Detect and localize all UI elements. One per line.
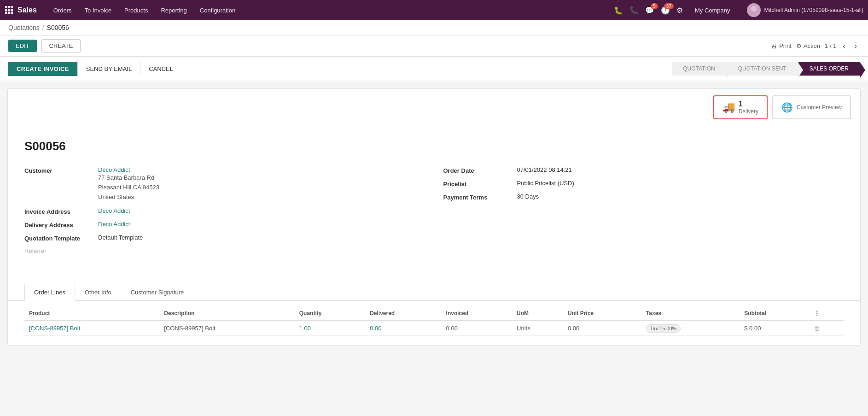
phone-icon[interactable]: 📞 [629, 6, 639, 15]
col-description: Description [159, 306, 294, 321]
nav-products[interactable]: Products [119, 0, 153, 20]
app-title: Sales [17, 6, 37, 14]
step-quotation-sent[interactable]: QUOTATION SENT [727, 62, 798, 76]
col-delivered: Delivered [365, 306, 441, 321]
tab-other-info[interactable]: Other Info [75, 284, 121, 301]
step-quotation[interactable]: QUOTATION [672, 62, 726, 76]
prev-page-button[interactable]: ‹ [840, 41, 848, 51]
form-body: S00056 Customer Deco Addict 77 Santa Bar… [8, 126, 860, 276]
customer-field: Customer Deco Addict 77 Santa Barbara Rd… [24, 166, 425, 202]
content-card: 🚚 1 Delivery 🌐 Customer Preview S00056 C… [7, 88, 861, 346]
main-content: 🚚 1 Delivery 🌐 Customer Preview S00056 C… [0, 81, 868, 353]
cell-invoiced: 0.00 [442, 321, 512, 336]
customer-preview-smart-button[interactable]: 🌐 Customer Preview [772, 95, 851, 119]
svg-point-9 [751, 6, 757, 12]
gear-icon: ⚙ [796, 42, 802, 49]
quotation-template-field: Quotation Template Default Template [24, 234, 425, 242]
top-navigation: Sales Orders To Invoice Products Reporti… [0, 0, 868, 20]
svg-rect-2 [11, 6, 13, 8]
col-invoiced: Invoiced [442, 306, 512, 321]
order-lines-table-section: Product Description Quantity Delivered I… [8, 306, 860, 345]
grid-menu-icon[interactable] [5, 6, 13, 15]
truck-icon: 🚚 [722, 101, 735, 113]
user-menu[interactable]: Mitchell Admin (17052098-saas-15-1-all) [747, 3, 863, 17]
col-taxes: Taxes [641, 306, 740, 321]
cell-uom: Units [512, 321, 563, 336]
status-bar: CREATE INVOICE SEND BY EMAIL CANCEL QUOT… [0, 57, 868, 81]
delivery-info: 1 Delivery [739, 100, 758, 115]
referrer-field[interactable]: Referrer [24, 247, 425, 254]
svg-rect-6 [5, 12, 7, 14]
smart-buttons-bar: 🚚 1 Delivery 🌐 Customer Preview [8, 89, 860, 126]
printer-icon: 🖨 [771, 42, 777, 49]
col-more: ⋮ [810, 306, 844, 321]
clock-icon[interactable]: 🕐37 [661, 6, 670, 15]
svg-rect-8 [11, 12, 13, 14]
svg-rect-0 [5, 6, 7, 8]
chat-icon[interactable]: 💬5 [645, 6, 654, 15]
pagination: 1 / 1 ‹ › [825, 41, 860, 51]
col-product: Product [24, 306, 159, 321]
tabs-bar: Order Lines Other Info Customer Signatur… [8, 284, 860, 301]
cell-unit-price[interactable]: 0.00 [563, 321, 641, 336]
tab-order-lines[interactable]: Order Lines [24, 284, 75, 301]
right-fields: Order Date 07/01/2022 08:14:21 Pricelist… [443, 166, 844, 254]
action-bar: EDIT CREATE 🖨 Print ⚙ Action 1 / 1 ‹ › [0, 35, 868, 57]
col-uom: UoM [512, 306, 563, 321]
col-quantity: Quantity [295, 306, 365, 321]
pricelist-field: Pricelist Public Pricelist (USD) [443, 180, 844, 187]
col-unit-price: Unit Price [563, 306, 641, 321]
cancel-button[interactable]: CANCEL [140, 62, 181, 76]
order-lines-table: Product Description Quantity Delivered I… [24, 306, 844, 336]
status-steps: QUOTATION QUOTATION SENT SALES ORDER [672, 62, 860, 76]
avatar [747, 3, 761, 17]
action-button[interactable]: ⚙ Action [796, 42, 820, 49]
nav-configuration[interactable]: Configuration [194, 0, 241, 20]
bug-icon[interactable]: 🐛 [614, 6, 623, 15]
nav-reporting[interactable]: Reporting [155, 0, 192, 20]
step-sales-order[interactable]: SALES ORDER [798, 62, 860, 76]
cell-delivered: 0.00 [365, 321, 441, 336]
breadcrumb-parent[interactable]: Quotations [8, 24, 40, 31]
col-subtotal: Subtotal [740, 306, 810, 321]
delivery-smart-button[interactable]: 🚚 1 Delivery [713, 95, 768, 119]
cell-taxes: Tax 15.00% [641, 321, 740, 336]
cell-quantity[interactable]: 1.00 [295, 321, 365, 336]
order-number: S00056 [24, 139, 844, 153]
breadcrumb-current: S00056 [47, 24, 69, 31]
cell-subtotal: $ 0.00 [740, 321, 810, 336]
send-by-email-button[interactable]: SEND BY EMAIL [78, 62, 140, 76]
payment-terms-field: Payment Terms 30 Days [443, 193, 844, 201]
create-button[interactable]: CREATE [41, 39, 81, 53]
nav-orders[interactable]: Orders [48, 0, 77, 20]
invoice-address-field: Invoice Address Deco Addict [24, 207, 425, 215]
tab-customer-signature[interactable]: Customer Signature [121, 284, 194, 301]
settings-icon[interactable]: ⚙ [676, 6, 683, 15]
globe-icon: 🌐 [781, 102, 793, 113]
cell-product[interactable]: [CONS-89957] Bolt [24, 321, 159, 336]
nav-to-invoice[interactable]: To Invoice [79, 0, 117, 20]
cell-delete[interactable]: 🗑 [810, 321, 844, 336]
next-page-button[interactable]: › [852, 41, 860, 51]
print-button[interactable]: 🖨 Print [771, 42, 792, 49]
table-row: [CONS-89957] Bolt [CONS-89957] Bolt 1.00… [24, 321, 844, 336]
breadcrumb: Quotations / S00056 [0, 20, 868, 35]
breadcrumb-separator: / [42, 24, 44, 31]
svg-rect-1 [8, 6, 10, 8]
left-fields: Customer Deco Addict 77 Santa Barbara Rd… [24, 166, 425, 254]
company-name[interactable]: My Company [689, 0, 736, 20]
user-name: Mitchell Admin (17052098-saas-15-1-all) [764, 7, 863, 13]
delivery-address-field: Delivery Address Deco Addict [24, 221, 425, 229]
cell-description: [CONS-89957] Bolt [159, 321, 294, 336]
svg-rect-3 [5, 9, 7, 11]
svg-rect-5 [11, 9, 13, 11]
svg-rect-7 [8, 12, 10, 14]
order-date-field: Order Date 07/01/2022 08:14:21 [443, 166, 844, 174]
edit-button[interactable]: EDIT [8, 40, 37, 52]
form-grid: Customer Deco Addict 77 Santa Barbara Rd… [24, 166, 844, 254]
svg-point-10 [749, 12, 758, 17]
create-invoice-button[interactable]: CREATE INVOICE [8, 62, 77, 76]
svg-rect-4 [8, 9, 10, 11]
customer-value: Deco Addict 77 Santa Barbara Rd Pleasant… [98, 166, 159, 202]
